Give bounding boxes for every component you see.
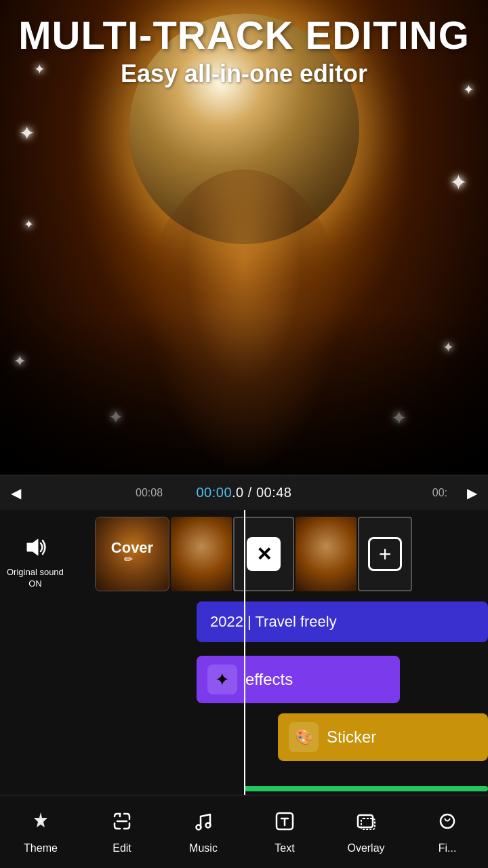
current-frame: .0 bbox=[232, 485, 244, 500]
current-time: 00:00 bbox=[197, 485, 232, 500]
effects-icon: ✦ bbox=[215, 669, 230, 690]
text-track-content: 2022 | Travel freely bbox=[210, 613, 337, 631]
nav-item-text[interactable]: Text bbox=[244, 795, 325, 868]
timeline-marker-1: 00:08 bbox=[136, 487, 163, 499]
playhead bbox=[244, 510, 245, 795]
music-label: Music bbox=[189, 842, 218, 854]
edit-label: Edit bbox=[113, 842, 131, 854]
video-thumb-2[interactable] bbox=[296, 517, 357, 591]
tracks-area: Original sound ON Cover ✏ ✕ + 2022 | Tra… bbox=[0, 510, 488, 795]
speaker-icon bbox=[22, 534, 49, 561]
effects-track-label: effects bbox=[245, 670, 293, 689]
sound-label: Original sound ON bbox=[7, 567, 64, 590]
sub-title: Easy all-in-one editor bbox=[0, 60, 488, 88]
effects-icon-wrap: ✦ bbox=[207, 665, 237, 694]
time-separator: / bbox=[248, 485, 256, 500]
nav-item-overlay[interactable]: Overlay bbox=[325, 795, 407, 868]
nav-item-theme[interactable]: Theme bbox=[0, 795, 81, 868]
timeline-nav-right[interactable]: ▶ bbox=[467, 485, 477, 501]
sound-icon[interactable] bbox=[18, 530, 52, 564]
filter-icon bbox=[436, 810, 459, 838]
overlay-icon bbox=[354, 810, 378, 838]
special-thumb[interactable]: ✕ bbox=[233, 517, 294, 591]
timeline-marker-2: 00: bbox=[432, 487, 447, 499]
overlay-label: Overlay bbox=[347, 842, 384, 854]
total-time: 00:48 bbox=[256, 485, 292, 500]
svg-point-0 bbox=[39, 820, 42, 823]
sticker-track[interactable]: 🎨 Sticker bbox=[278, 713, 488, 761]
text-track[interactable]: 2022 | Travel freely bbox=[197, 601, 488, 642]
music-icon bbox=[192, 810, 215, 838]
svg-point-2 bbox=[197, 825, 201, 829]
bottom-nav: Theme Edit Music Text bbox=[0, 795, 488, 868]
text-icon bbox=[273, 810, 296, 838]
cover-thumbnail[interactable]: Cover ✏ bbox=[95, 517, 169, 591]
text-label: Text bbox=[274, 842, 294, 854]
filter-label: Fi... bbox=[439, 842, 457, 854]
timeline-bar: ◀ 00:00.0 / 00:48 00:08 00: ▶ bbox=[0, 475, 488, 510]
progress-bar bbox=[244, 786, 488, 791]
nav-item-music[interactable]: Music bbox=[163, 795, 244, 868]
video-preview: ✦ ✦ ✦ ✦ ✦ ✦ ✦ ✦ ✦ MULTI-TRACK EDITING Ea… bbox=[0, 0, 488, 475]
sticker-icon: 🎨 bbox=[295, 728, 313, 746]
cover-edit-icon: ✏ bbox=[124, 553, 133, 566]
svg-point-3 bbox=[206, 823, 211, 827]
video-thumb-1[interactable] bbox=[171, 517, 232, 591]
sparkle-1: ✦ bbox=[19, 122, 35, 144]
edit-icon bbox=[110, 810, 134, 838]
add-clip-button[interactable]: + bbox=[358, 517, 412, 591]
theme-label: Theme bbox=[24, 842, 58, 854]
sticker-icon-wrap: 🎨 bbox=[289, 722, 319, 752]
add-clip-icon: + bbox=[368, 537, 402, 571]
nav-item-edit[interactable]: Edit bbox=[81, 795, 163, 868]
time-display: 00:00.0 / 00:48 bbox=[197, 485, 292, 500]
sticker-track-label: Sticker bbox=[327, 728, 376, 747]
timeline-nav-left[interactable]: ◀ bbox=[11, 485, 21, 501]
svg-rect-5 bbox=[358, 815, 373, 827]
video-track: Cover ✏ ✕ + bbox=[95, 517, 412, 591]
overlay-title: MULTI-TRACK EDITING Easy all-in-one edit… bbox=[0, 14, 488, 88]
sound-control[interactable]: Original sound ON bbox=[7, 530, 64, 590]
sparkle-7: ✦ bbox=[449, 170, 468, 195]
nav-item-filter[interactable]: Fi... bbox=[407, 795, 488, 868]
effects-track[interactable]: ✦ effects bbox=[197, 656, 400, 703]
x-icon: ✕ bbox=[247, 537, 281, 571]
main-title: MULTI-TRACK EDITING bbox=[0, 14, 488, 57]
theme-icon bbox=[29, 810, 52, 838]
